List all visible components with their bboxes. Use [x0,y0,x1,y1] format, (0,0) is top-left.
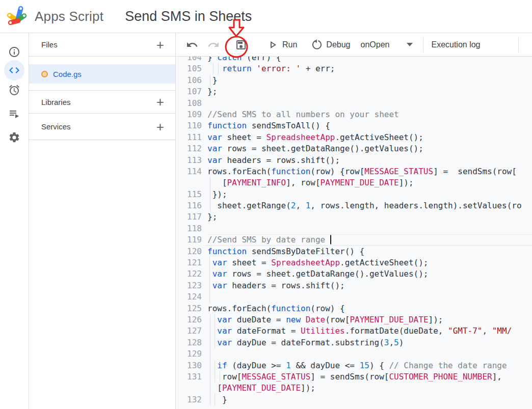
code-content: 104} catch (err) {105 return 'error: ' +… [176,57,532,405]
code-line: 127 var dateFormat = Utilities.formatDat… [176,325,532,337]
function-select[interactable]: onOpen [360,39,391,50]
code-line: 105 return 'error: ' + err; [176,63,532,74]
code-line: 110function sendSmsToAll() { [176,120,532,131]
code-line: 119//Send SMS by date range [176,234,532,246]
toolbar-divider [518,37,519,52]
code-line: 128 var dayDue = dateFormat.substring(3,… [176,337,532,348]
code-line: 109//Send SMS to all numbers on your she… [176,108,532,120]
function-dropdown-caret-icon[interactable] [406,42,414,47]
apps-script-window: Apps Script Send SMS in Sheets Fi [0,0,532,409]
line-number: 122 [176,268,206,280]
line-number: 109 [176,108,206,120]
file-name: Code.gs [53,70,82,78]
editor-column: Run Debug onOpen Execution log [176,33,532,409]
add-library-plus-icon[interactable]: + [155,95,165,108]
line-number: 106 [176,74,206,86]
line-number: 104 [176,57,206,63]
line-number: 132 [176,394,206,405]
services-section: Services + [29,114,175,140]
line-number: 113 [176,154,206,166]
line-number: 126 [176,314,206,325]
code-line: 131 row[MESSAGE_STATUS] = sendSms(row[CU… [176,371,532,382]
line-number: 124 [176,291,206,303]
code-line: 118 [176,223,532,234]
triggers-alarm-clock-icon[interactable] [4,80,24,100]
line-number: 123 [176,280,206,291]
line-number: 117 [176,211,206,223]
file-item-code-gs[interactable]: Code.gs [29,64,175,84]
code-line: 124 [176,291,532,303]
code-line: 115 }); [176,188,532,200]
line-number: 128 [176,337,206,348]
debug-button[interactable]: Debug [309,38,351,52]
apps-script-logo-icon[interactable] [5,5,29,28]
code-line: 104} catch (err) { [176,57,532,63]
code-line: 122 var rows = sheet.getDataRange().getV… [176,268,532,280]
project-title[interactable]: Send SMS in Sheets [125,9,252,24]
code-line: 107}; [176,86,532,97]
code-line: [PAYMENT_DUE_DATE]); [176,383,532,394]
line-number: 111 [176,131,206,143]
settings-gear-icon[interactable] [4,127,24,148]
play-icon [267,39,279,51]
line-number: 107 [176,86,206,97]
undo-icon[interactable] [185,38,199,52]
app-header: Apps Script Send SMS in Sheets [0,0,532,33]
code-line: 116 sheet.getRange(2, 1, rows.length, he… [176,200,532,211]
editor-toolbar: Run Debug onOpen Execution log [176,33,532,57]
brand-name[interactable]: Apps Script [35,9,103,24]
code-line: 132 } [176,394,532,405]
debug-icon [310,39,323,51]
save-icon[interactable] [234,38,248,52]
left-nav-rail [0,33,29,409]
line-number: 119 [176,234,206,246]
execution-log-button[interactable]: Execution log [430,39,481,50]
executions-list-play-icon[interactable] [4,103,24,124]
line-number [176,177,206,188]
line-number: 112 [176,143,206,154]
code-line: 112var rows = sheet.getDataRange().getVa… [176,143,532,154]
add-file-plus-icon[interactable]: + [155,38,165,51]
line-number: 121 [176,257,206,268]
code-line: 113var headers = rows.shift(); [176,154,532,166]
line-number: 116 [176,200,206,211]
code-line: 114rows.forEach(function(row) {row[MESSA… [176,166,532,177]
code-line: 130 if (dayDue >= 1 && dayDue <= 15) { /… [176,360,532,371]
code-line: 123 var headers = rows.shift(); [176,280,532,291]
run-button[interactable]: Run [265,38,298,52]
code-line: [PAYMENT_INFO], row[PAYMENT_DUE_DATE]); [176,177,532,188]
files-panel-header: Files + [29,33,175,57]
line-number: 108 [176,97,206,108]
toolbar-divider [423,37,423,52]
add-service-plus-icon[interactable]: + [155,120,165,133]
code-line: 125rows.forEach(function(row) { [176,303,532,314]
line-number: 131 [176,371,206,382]
line-number: 115 [176,188,206,200]
code-line: 111var sheet = SpreadsheetApp.getActiveS… [176,131,532,143]
libraries-section: Libraries + [29,90,175,114]
unsaved-changes-dot-icon [41,71,48,77]
text-cursor [330,235,331,244]
code-line: 117}; [176,211,532,223]
services-label: Services [41,122,71,131]
files-panel: Files + Code.gs Libraries + Services + [29,33,176,409]
overview-info-icon[interactable] [4,42,24,62]
code-line: 129 [176,348,532,360]
code-line: 121 var sheet = SpreadsheetApp.getActive… [176,257,532,268]
code-editor[interactable]: 104} catch (err) {105 return 'error: ' +… [176,57,532,409]
line-number: 130 [176,360,206,371]
code-line: 106 } [176,74,532,86]
line-number: 110 [176,120,206,131]
code-line: 120function sendSmsByDateFilter() { [176,246,532,257]
line-number [176,383,206,394]
code-line: 126 var dueDate = new Date(row[PAYMENT_D… [176,314,532,325]
files-label: Files [41,40,58,49]
code-line: 108 [176,97,532,108]
editor-code-icon[interactable] [4,60,24,80]
line-number: 118 [176,223,206,234]
redo-icon[interactable] [206,38,221,52]
line-number: 129 [176,348,206,360]
line-number: 127 [176,325,206,337]
line-number: 125 [176,303,206,314]
line-number: 114 [176,166,206,177]
